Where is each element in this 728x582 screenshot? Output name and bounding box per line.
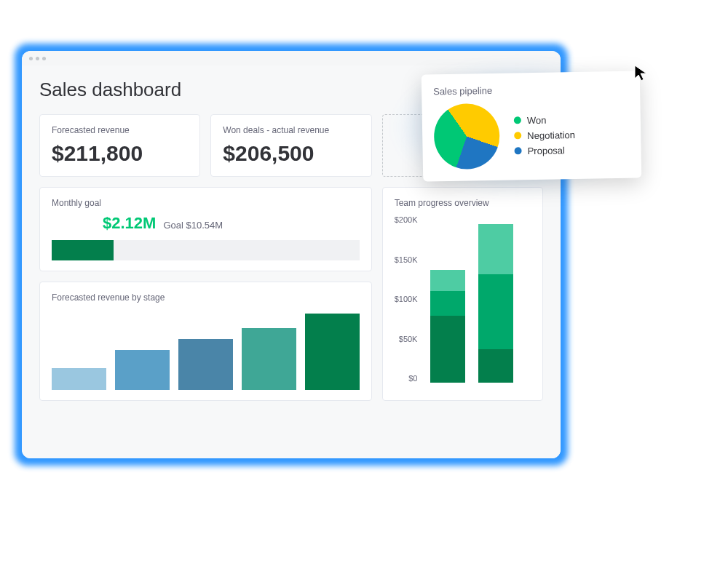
legend-dot-icon bbox=[514, 132, 521, 139]
stage-bar bbox=[115, 350, 170, 390]
card-label: Team progress overview bbox=[395, 198, 531, 208]
kpi-card-forecast[interactable]: Forecasted revenue $211,800 bbox=[39, 114, 200, 177]
pipeline-legend: Won Negotiation Proposal bbox=[514, 113, 576, 156]
legend-item-won: Won bbox=[514, 113, 575, 125]
card-label: Forecasted revenue by stage bbox=[52, 292, 360, 303]
window-control-dot[interactable] bbox=[29, 57, 33, 60]
axis-tick: $200K bbox=[395, 215, 418, 224]
bar-segment bbox=[430, 316, 465, 383]
axis-tick: $50K bbox=[399, 335, 418, 343]
bar-segment bbox=[478, 274, 513, 350]
kpi-card-won[interactable]: Won deals - actual revenue $206,500 bbox=[210, 114, 371, 177]
bar-segment bbox=[430, 270, 465, 291]
legend-item-negotiation: Negotiation bbox=[514, 129, 575, 140]
legend-label: Proposal bbox=[527, 145, 565, 156]
forecast-stage-chart bbox=[52, 310, 360, 390]
legend-label: Won bbox=[527, 114, 547, 125]
window-control-dot[interactable] bbox=[42, 57, 46, 60]
stage-bar bbox=[178, 339, 233, 390]
bar-segment bbox=[478, 349, 513, 383]
legend-dot-icon bbox=[515, 147, 522, 154]
goal-progress-track bbox=[52, 240, 360, 260]
card-label: Monthly goal bbox=[52, 198, 360, 208]
bar-segment bbox=[478, 224, 513, 274]
team-progress-chart: $200K $150K $100K $50K $0 bbox=[395, 215, 531, 383]
stage-bar bbox=[305, 314, 360, 390]
legend-dot-icon bbox=[514, 116, 521, 124]
axis-tick: $0 bbox=[408, 374, 417, 383]
kpi-label: Forecasted revenue bbox=[52, 125, 188, 135]
goal-target-label: Goal $10.54M bbox=[163, 220, 223, 231]
stacked-bar bbox=[430, 270, 465, 383]
legend-item-proposal: Proposal bbox=[514, 144, 575, 156]
pipeline-card-body: Won Negotiation Proposal bbox=[433, 101, 630, 170]
stacked-bar bbox=[478, 224, 513, 383]
team-chart-bars bbox=[423, 215, 531, 383]
forecast-stage-card[interactable]: Forecasted revenue by stage bbox=[39, 282, 372, 401]
team-chart-y-axis: $200K $150K $100K $50K $0 bbox=[395, 215, 424, 383]
window-control-dot[interactable] bbox=[36, 57, 39, 60]
pipeline-pie-chart bbox=[433, 103, 500, 170]
legend-label: Negotiation bbox=[527, 129, 575, 140]
monthly-goal-card[interactable]: Monthly goal $2.12M Goal $10.54M bbox=[39, 187, 372, 271]
pipeline-card-title: Sales pipeline bbox=[433, 83, 628, 97]
axis-tick: $150K bbox=[395, 255, 418, 264]
bar-segment bbox=[430, 291, 465, 316]
goal-progress-fill bbox=[52, 240, 114, 260]
kpi-value: $206,500 bbox=[223, 141, 359, 166]
team-progress-card[interactable]: Team progress overview $200K $150K $100K… bbox=[382, 187, 543, 401]
goal-current-value: $2.12M bbox=[103, 214, 156, 233]
pipeline-card-floating[interactable]: Sales pipeline Won Negotiation Proposal bbox=[422, 71, 642, 181]
axis-tick: $100K bbox=[395, 295, 418, 303]
stage-bar bbox=[242, 328, 296, 390]
kpi-value: $211,800 bbox=[52, 141, 188, 166]
stage-bar bbox=[52, 368, 106, 390]
goal-values: $2.12M Goal $10.54M bbox=[52, 214, 360, 233]
kpi-label: Won deals - actual revenue bbox=[223, 125, 359, 135]
